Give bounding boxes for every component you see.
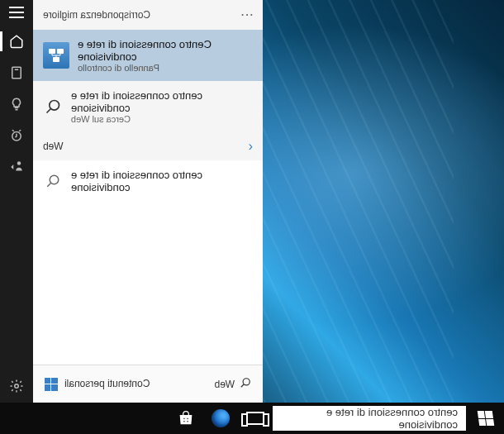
cortana-sidebar: [0, 0, 33, 403]
svg-rect-5: [57, 49, 64, 54]
task-view-icon[interactable]: [238, 403, 273, 434]
svg-point-4: [15, 384, 19, 389]
web-results-area: centro connessioni di rete e condivision…: [33, 160, 263, 365]
search-input-value: centro connessioni di rete e condivision…: [281, 406, 458, 431]
start-button[interactable]: [468, 403, 504, 434]
svg-line-13: [241, 384, 245, 388]
store-icon[interactable]: [169, 403, 203, 434]
tab-personal-label: Contenuti personali: [64, 379, 150, 389]
search-input[interactable]: centro connessioni di rete e condivision…: [273, 406, 466, 431]
search-results-panel: ··· Corrispondenza migliore Centro conne…: [33, 0, 263, 403]
feedback-icon[interactable]: [8, 159, 25, 175]
settings-icon[interactable]: [8, 378, 25, 394]
web-section-label: Web: [43, 141, 63, 152]
home-icon[interactable]: [8, 33, 25, 50]
best-match-subtitle: Pannello di controllo: [78, 63, 253, 73]
best-match-result[interactable]: Centro connessioni di rete e condivision…: [33, 30, 263, 81]
tab-web-label: Web: [215, 379, 235, 390]
svg-point-8: [50, 101, 59, 111]
filter-tabs: Web Contenuti personali: [33, 365, 263, 403]
windows-logo-icon: [478, 411, 495, 426]
edge-browser-icon[interactable]: [203, 403, 238, 434]
svg-rect-7: [53, 57, 59, 62]
svg-point-12: [243, 379, 250, 385]
chevron-left-icon: ‹: [249, 139, 253, 154]
more-options-icon[interactable]: ···: [240, 9, 253, 21]
search-icon: [43, 97, 63, 117]
hamburger-menu-icon[interactable]: [9, 7, 24, 18]
network-sharing-icon: [43, 42, 69, 69]
svg-line-11: [47, 183, 51, 187]
active-indicator: [0, 31, 2, 51]
svg-rect-16: [187, 421, 189, 423]
reminder-icon[interactable]: [8, 127, 25, 144]
web-search-suggestion[interactable]: centro connessioni di rete e condivision…: [33, 81, 263, 132]
web-result-subtitle: Cerca sul Web: [71, 114, 253, 124]
web-result-title: centro connessioni di rete e condivision…: [71, 89, 253, 114]
web-link-suggestion[interactable]: centro connessioni di rete e condivision…: [33, 160, 263, 202]
svg-line-9: [47, 109, 51, 113]
svg-point-3: [17, 161, 21, 165]
lightbulb-icon[interactable]: [8, 96, 25, 112]
web-section-header[interactable]: ‹ Web: [33, 132, 263, 160]
tab-personal[interactable]: Contenuti personali: [33, 365, 161, 403]
svg-rect-14: [187, 417, 189, 420]
tab-web[interactable]: Web: [203, 365, 263, 403]
search-icon: [43, 171, 63, 191]
svg-rect-17: [183, 421, 186, 423]
web-link-text: centro connessioni di rete e condivision…: [71, 169, 253, 193]
notebook-icon[interactable]: [8, 64, 25, 81]
windows-tiles-icon: [45, 378, 58, 391]
search-icon: [240, 377, 251, 391]
taskbar: centro connessioni di rete e condivision…: [0, 403, 504, 434]
svg-rect-6: [49, 49, 55, 54]
best-match-title: Centro connessioni di rete e condivision…: [78, 38, 253, 63]
panel-header: ··· Corrispondenza migliore: [33, 0, 263, 30]
svg-rect-15: [183, 417, 186, 420]
svg-rect-0: [12, 67, 21, 79]
section-label: Corrispondenza migliore: [43, 9, 150, 21]
svg-point-10: [50, 175, 59, 184]
